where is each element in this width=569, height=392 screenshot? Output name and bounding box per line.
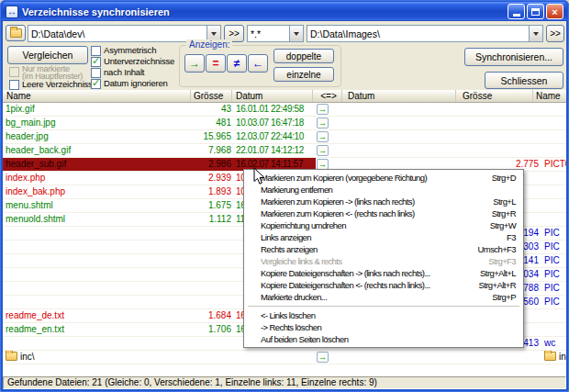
menu-item-label: Markieren zum Kopieren <- (rechts nach l… xyxy=(261,208,415,218)
file-name xyxy=(6,337,171,350)
menu-item[interactable]: Links anzeigenF3 xyxy=(246,231,521,243)
menu-item[interactable]: Markierung entfernen xyxy=(246,184,521,196)
menu-item[interactable]: Rechts anzeigenUmsch+F3 xyxy=(246,243,521,255)
file-name xyxy=(6,364,171,376)
right-file-name: PIC xyxy=(544,254,566,267)
column-header-date-right[interactable]: Datum xyxy=(343,90,456,102)
file-name xyxy=(6,254,171,267)
copy-right-arrow-icon: → xyxy=(317,104,329,115)
ignore-date-checkbox[interactable] xyxy=(91,79,101,89)
right-file-name xyxy=(544,172,566,185)
column-header-name-left[interactable]: Name xyxy=(3,90,191,102)
menu-item[interactable]: -> Rechts löschen xyxy=(246,321,521,333)
compare-button[interactable]: Vergleichen xyxy=(7,46,88,64)
menu-item-label: Markieren zum Kopieren (vorgegebene Rich… xyxy=(261,173,427,183)
file-mask-combo[interactable] xyxy=(247,25,304,42)
filter-copy-right-button[interactable]: → xyxy=(184,54,205,73)
column-header-name-right[interactable]: Name xyxy=(534,90,566,102)
menu-item[interactable]: Markieren zum Kopieren <- (rechts nach l… xyxy=(246,207,521,219)
folder-icon xyxy=(6,352,17,361)
file-name xyxy=(6,296,171,308)
close-button[interactable]: × xyxy=(546,4,563,19)
file-size xyxy=(171,351,231,364)
menu-item-label: Kopiere Dateieigenschaften -> (links nac… xyxy=(261,268,430,278)
menu-item[interactable]: Markieren zum Kopieren -> (links nach re… xyxy=(246,196,521,207)
right-file-name xyxy=(544,185,566,198)
file-size xyxy=(171,254,231,267)
filter-copy-left-button[interactable]: ← xyxy=(248,54,268,73)
file-row[interactable]: bg_main.jpg48110.03.07 16:47:18→ xyxy=(3,117,566,130)
right-file-name: inc\ xyxy=(544,351,566,364)
file-mask-input[interactable] xyxy=(248,26,289,41)
right-path-combo[interactable] xyxy=(307,25,543,42)
file-name: header.jpg xyxy=(6,130,171,143)
right-file-name xyxy=(544,117,566,129)
menu-item-shortcut: Strg+Alt+L xyxy=(476,268,516,278)
column-header-size-left[interactable]: Grösse xyxy=(192,90,232,102)
folder-icon xyxy=(544,352,556,361)
menu-item-shortcut: F3 xyxy=(503,232,516,242)
file-row[interactable]: 1pix.gif4316.01.01 22:49:58→ xyxy=(3,103,566,117)
file-row[interactable] xyxy=(3,364,566,376)
menu-item[interactable]: <- Links löschen xyxy=(246,309,521,321)
column-header-size-right[interactable]: Grösse xyxy=(457,90,533,102)
context-menu: Markieren zum Kopieren (vorgegebene Rich… xyxy=(243,169,524,348)
right-file-name: wc xyxy=(544,337,566,350)
right-file-size xyxy=(445,103,539,116)
file-date: 16.01.01 22:49:58 xyxy=(236,103,316,116)
menu-item-shortcut: Umsch+F3 xyxy=(474,244,516,254)
right-file-name xyxy=(544,364,566,376)
close-dialog-button[interactable]: Schliessen xyxy=(485,72,563,89)
menu-item[interactable]: Markieren zum Kopieren (vorgegebene Rich… xyxy=(246,172,521,184)
expand-right-button[interactable]: >> xyxy=(546,25,564,42)
menu-item-shortcut: Strg+D xyxy=(488,173,516,183)
file-size xyxy=(171,364,231,376)
duplicates-button[interactable]: doppelte xyxy=(273,49,334,63)
minimize-button[interactable] xyxy=(508,4,525,19)
menu-item[interactable]: Auf beiden Seiten löschen xyxy=(246,333,521,345)
file-size: 1.684 xyxy=(171,309,231,322)
file-mask-dropdown-button[interactable] xyxy=(289,26,303,41)
file-size xyxy=(171,227,231,240)
left-path-input[interactable] xyxy=(28,26,206,41)
file-size: 1.112 xyxy=(171,213,231,226)
menu-item[interactable]: Kopierrichtung umdrehenStrg+W xyxy=(246,219,521,231)
file-size: 1.675 xyxy=(171,199,231,212)
column-header-direction[interactable]: <=> xyxy=(314,90,342,102)
menu-item: Vergleiche links & rechtsStrg+F3 xyxy=(246,255,521,267)
file-row[interactable]: header.jpg15.96512.03.07 22:44:10→ xyxy=(3,130,566,144)
right-file-size xyxy=(445,130,539,143)
sync-direction-cell: → xyxy=(317,117,332,129)
right-file-name xyxy=(544,103,566,116)
filter-equal-button[interactable]: = xyxy=(206,54,226,73)
empty-dirs-checkbox[interactable] xyxy=(9,80,19,90)
file-row[interactable]: header_back.gif7.96822.01.07 14:12:12→ xyxy=(3,144,566,158)
menu-item[interactable]: Kopiere Dateieigenschaften -> (links nac… xyxy=(246,267,521,279)
sync-direction-cell: → xyxy=(317,103,332,116)
singles-button[interactable]: einzelne xyxy=(273,67,334,82)
right-path-input[interactable] xyxy=(307,26,529,41)
menu-item-shortcut: Strg+W xyxy=(486,220,516,230)
status-bar: Gefundene Dateien: 21 (Gleiche: 0, Versc… xyxy=(3,376,566,389)
right-path-dropdown-button[interactable] xyxy=(529,26,542,41)
file-size: 1.893 xyxy=(171,185,231,198)
maximize-button[interactable] xyxy=(527,4,544,19)
dir-row[interactable]: inc\→inc\ xyxy=(3,351,566,364)
right-file-size xyxy=(445,351,539,364)
path-history-button[interactable] xyxy=(6,25,26,41)
minimize-icon xyxy=(513,14,520,17)
subdirs-checkbox[interactable] xyxy=(91,57,101,67)
file-size xyxy=(171,241,231,253)
menu-item[interactable]: Kopiere Dateieigenschaften <- (rechts na… xyxy=(246,279,521,291)
right-file-name xyxy=(544,213,566,226)
column-header-date-left[interactable]: Datum xyxy=(233,90,313,102)
sync-direction-cell: → xyxy=(317,130,332,143)
titlebar[interactable]: ↔ Verzeichnisse synchronisieren × xyxy=(2,2,567,21)
right-file-size xyxy=(445,144,539,157)
filter-not-equal-button[interactable]: ≠ xyxy=(227,54,247,73)
menu-item[interactable]: Markierte drucken...Strg+P xyxy=(246,291,521,303)
right-file-name xyxy=(544,323,566,336)
right-file-name: PIC xyxy=(544,282,566,295)
synchronize-button[interactable]: Synchronisieren... xyxy=(464,48,563,66)
file-name: index.php xyxy=(6,172,171,185)
